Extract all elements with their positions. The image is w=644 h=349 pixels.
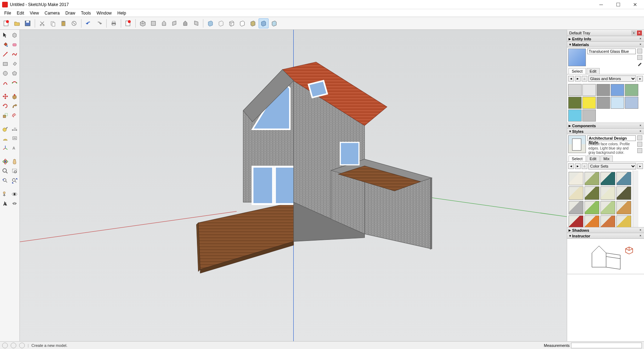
nav-forward-button[interactable]: ► bbox=[575, 163, 581, 169]
material-swatch[interactable] bbox=[582, 97, 596, 109]
front-view-button[interactable] bbox=[159, 18, 169, 28]
material-swatch[interactable] bbox=[597, 84, 610, 96]
menu-edit[interactable]: Edit bbox=[14, 10, 27, 16]
protractor-tool[interactable] bbox=[1, 134, 10, 143]
style-swatch[interactable] bbox=[600, 186, 615, 200]
material-preview[interactable] bbox=[568, 49, 586, 66]
menu-draw[interactable]: Draw bbox=[63, 10, 78, 16]
monochrome-button[interactable] bbox=[269, 18, 279, 28]
axes-tool[interactable] bbox=[1, 143, 10, 153]
top-view-button[interactable] bbox=[148, 18, 158, 28]
style-swatch[interactable] bbox=[569, 186, 583, 200]
close-button[interactable]: ✕ bbox=[630, 1, 640, 8]
material-name-input[interactable]: Translucent Glass Blue bbox=[587, 49, 636, 54]
backedges-button[interactable] bbox=[216, 18, 226, 28]
home-button[interactable]: ⌂ bbox=[582, 163, 587, 169]
style-swatch[interactable] bbox=[616, 172, 631, 185]
rectangle-tool[interactable] bbox=[1, 59, 10, 68]
style-swatch[interactable] bbox=[584, 186, 599, 200]
panel-close-icon[interactable]: × bbox=[638, 228, 643, 232]
tape-measure-tool[interactable] bbox=[1, 124, 10, 134]
style-preview[interactable] bbox=[568, 135, 586, 153]
pan-tool[interactable] bbox=[10, 157, 19, 166]
material-swatch[interactable] bbox=[568, 84, 582, 96]
open-button[interactable] bbox=[12, 18, 22, 28]
arc-tool[interactable] bbox=[1, 78, 10, 88]
panel-materials[interactable]: ▼ Materials × bbox=[567, 42, 644, 47]
scale-tool[interactable] bbox=[1, 111, 10, 120]
shaded-button[interactable] bbox=[248, 18, 258, 28]
print-button[interactable] bbox=[109, 18, 119, 28]
wireframe-button[interactable] bbox=[227, 18, 237, 28]
panel-entity-info[interactable]: ▶ Entity Info × bbox=[567, 36, 644, 42]
rotated-rectangle-tool[interactable] bbox=[10, 59, 19, 68]
xray-button[interactable] bbox=[205, 18, 215, 28]
panel-close-icon[interactable]: × bbox=[638, 43, 643, 47]
back-view-button[interactable] bbox=[180, 18, 190, 28]
details-button[interactable]: ▸ bbox=[637, 163, 643, 169]
material-swatch[interactable] bbox=[582, 84, 596, 96]
save-button[interactable] bbox=[23, 18, 33, 28]
panel-styles[interactable]: ▼ Styles × bbox=[567, 129, 644, 134]
tray-close-button[interactable]: ✕ bbox=[637, 30, 642, 35]
sample-paint-icon[interactable] bbox=[637, 61, 642, 66]
new-button[interactable] bbox=[1, 18, 11, 28]
freehand-tool[interactable] bbox=[10, 50, 19, 59]
look-around-tool[interactable] bbox=[10, 190, 19, 199]
nav-forward-button[interactable]: ► bbox=[575, 76, 581, 81]
select-tool[interactable] bbox=[1, 30, 10, 40]
style-swatch[interactable] bbox=[600, 172, 615, 185]
nav-back-button[interactable]: ◄ bbox=[568, 163, 574, 169]
copy-button[interactable] bbox=[48, 18, 58, 28]
style-swatch[interactable] bbox=[584, 172, 599, 185]
zoom-window-tool[interactable] bbox=[10, 167, 19, 176]
panel-components[interactable]: ▶ Components × bbox=[567, 123, 644, 129]
style-swatch[interactable] bbox=[600, 215, 615, 227]
hidden-line-button[interactable] bbox=[237, 18, 247, 28]
tray-pin-button[interactable]: ▪ bbox=[631, 30, 636, 35]
zoom-tool[interactable] bbox=[1, 167, 10, 176]
materials-tab-select[interactable]: Select bbox=[569, 68, 586, 74]
text-tool[interactable]: A1 bbox=[10, 134, 19, 143]
polygon-tool[interactable] bbox=[10, 69, 19, 78]
panel-close-icon[interactable]: × bbox=[638, 234, 643, 238]
create-material-button[interactable] bbox=[637, 49, 642, 54]
eraser-tool[interactable] bbox=[10, 40, 19, 49]
push-pull-tool[interactable] bbox=[10, 92, 19, 101]
maximize-button[interactable]: ☐ bbox=[613, 1, 623, 8]
style-swatch[interactable] bbox=[569, 201, 583, 214]
make-component-tool[interactable] bbox=[10, 30, 19, 40]
panel-close-icon[interactable]: × bbox=[638, 124, 643, 128]
right-view-button[interactable] bbox=[170, 18, 180, 28]
section-plane-tool[interactable] bbox=[10, 199, 19, 208]
menu-window[interactable]: Window bbox=[94, 10, 115, 16]
erase-button[interactable] bbox=[69, 18, 79, 28]
dimension-tool[interactable]: A1 bbox=[10, 124, 19, 134]
panel-instructor[interactable]: ▼ Instructor × bbox=[567, 233, 644, 239]
viewport[interactable] bbox=[20, 30, 567, 341]
scrollbar[interactable] bbox=[633, 170, 638, 227]
left-view-button[interactable] bbox=[191, 18, 201, 28]
style-swatch[interactable] bbox=[616, 186, 631, 200]
tray-header[interactable]: Default Tray ▪ ✕ bbox=[567, 30, 644, 36]
panel-close-icon[interactable]: × bbox=[638, 129, 643, 134]
style-swatch[interactable] bbox=[584, 201, 599, 214]
material-library-select[interactable]: Glass and Mirrors bbox=[588, 75, 636, 82]
menu-camera[interactable]: Camera bbox=[42, 10, 63, 16]
refresh-style-button[interactable] bbox=[637, 148, 642, 153]
style-swatch[interactable] bbox=[616, 201, 631, 214]
minimize-button[interactable]: ─ bbox=[596, 1, 606, 8]
undo-button[interactable] bbox=[84, 18, 94, 28]
material-swatch[interactable] bbox=[568, 97, 582, 109]
material-swatch[interactable] bbox=[597, 97, 610, 109]
style-library-select[interactable]: Color Sets bbox=[588, 163, 636, 169]
material-swatch[interactable] bbox=[568, 109, 582, 122]
styles-tab-edit[interactable]: Edit bbox=[587, 156, 600, 162]
style-swatch[interactable] bbox=[600, 201, 615, 214]
style-swatch[interactable] bbox=[569, 215, 583, 227]
style-swatch[interactable] bbox=[569, 172, 583, 185]
walk-tool[interactable] bbox=[1, 199, 10, 208]
model-info-button[interactable] bbox=[123, 18, 133, 28]
style-swatch[interactable] bbox=[616, 215, 631, 227]
materials-tab-edit[interactable]: Edit bbox=[587, 68, 600, 74]
